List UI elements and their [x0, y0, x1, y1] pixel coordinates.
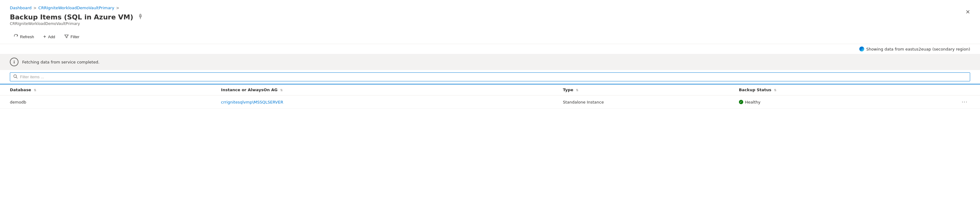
- status-label: Healthy: [745, 100, 760, 104]
- page-title: Backup Items (SQL in Azure VM): [10, 13, 133, 21]
- sort-icon-database[interactable]: ⇅: [34, 89, 36, 92]
- region-banner: Showing data from eastus2euap (secondary…: [0, 44, 980, 54]
- add-button[interactable]: + Add: [40, 32, 59, 41]
- cell-instance: crrignitesqlvmp\MSSQLSERVER: [211, 96, 553, 109]
- cell-type: Standalone Instance: [553, 96, 729, 109]
- col-header-instance[interactable]: Instance or AlwaysOn AG ⇅: [211, 85, 553, 96]
- filter-label: Filter: [70, 35, 80, 39]
- toolbar: Refresh + Add Filter: [0, 30, 980, 44]
- sort-icon-type[interactable]: ⇅: [576, 89, 579, 92]
- pin-icon[interactable]: [138, 14, 143, 21]
- sort-icon-instance[interactable]: ⇅: [280, 89, 283, 92]
- globe-icon: [859, 46, 864, 51]
- table-row: demodb crrignitesqlvmp\MSSQLSERVER Stand…: [0, 96, 980, 109]
- region-text: Showing data from eastus2euap (secondary…: [866, 47, 970, 51]
- data-table: Database ⇅ Instance or AlwaysOn AG ⇅ Typ…: [0, 85, 980, 109]
- page-subtitle: CRRIgniteWorkloadDemoVaultPrimary: [0, 22, 980, 30]
- table-body: demodb crrignitesqlvmp\MSSQLSERVER Stand…: [0, 96, 980, 109]
- status-healthy: Healthy: [739, 100, 920, 104]
- filter-input[interactable]: [20, 75, 967, 79]
- cell-status: Healthy: [729, 96, 930, 109]
- col-header-status[interactable]: Backup Status ⇅: [729, 85, 930, 96]
- close-icon[interactable]: ✕: [966, 9, 970, 15]
- sort-icon-status[interactable]: ⇅: [774, 89, 776, 92]
- database-value: demodb: [10, 100, 26, 104]
- title-row: Backup Items (SQL in Azure VM) ✕: [0, 12, 980, 22]
- more-actions-button[interactable]: ···: [959, 99, 970, 106]
- info-bar: i Fetching data from service completed.: [0, 54, 980, 70]
- breadcrumb: Dashboard > CRRIgniteWorkloadDemoVaultPr…: [0, 0, 980, 12]
- info-message: Fetching data from service completed.: [22, 60, 99, 64]
- add-label: Add: [48, 35, 55, 39]
- col-header-database[interactable]: Database ⇅: [0, 85, 211, 96]
- search-icon: [13, 74, 18, 80]
- refresh-label: Refresh: [20, 35, 34, 39]
- table-header: Database ⇅ Instance or AlwaysOn AG ⇅ Typ…: [0, 85, 980, 96]
- filter-button[interactable]: Filter: [60, 32, 83, 41]
- cell-database: demodb: [0, 96, 211, 109]
- type-value: Standalone Instance: [563, 100, 604, 104]
- refresh-button[interactable]: Refresh: [10, 32, 38, 41]
- svg-line-4: [16, 77, 18, 78]
- filter-input-wrap: [10, 72, 970, 82]
- page-container: Dashboard > CRRIgniteWorkloadDemoVaultPr…: [0, 0, 980, 109]
- filter-row: [0, 70, 980, 85]
- status-dot-healthy: [739, 100, 743, 104]
- breadcrumb-dashboard[interactable]: Dashboard: [10, 6, 32, 10]
- breadcrumb-sep-2: >: [116, 6, 119, 10]
- refresh-icon: [14, 34, 18, 40]
- instance-link[interactable]: crrignitesqlvmp\MSSQLSERVER: [221, 100, 283, 104]
- col-header-type[interactable]: Type ⇅: [553, 85, 729, 96]
- breadcrumb-sep-1: >: [33, 6, 37, 10]
- cell-actions: ···: [930, 96, 980, 109]
- svg-rect-0: [140, 14, 141, 17]
- col-header-actions: [930, 85, 980, 96]
- breadcrumb-vault[interactable]: CRRIgniteWorkloadDemoVaultPrimary: [38, 6, 115, 10]
- filter-icon: [64, 34, 68, 40]
- info-icon: i: [10, 58, 19, 66]
- table-header-row: Database ⇅ Instance or AlwaysOn AG ⇅ Typ…: [0, 85, 980, 96]
- add-icon: +: [43, 34, 46, 40]
